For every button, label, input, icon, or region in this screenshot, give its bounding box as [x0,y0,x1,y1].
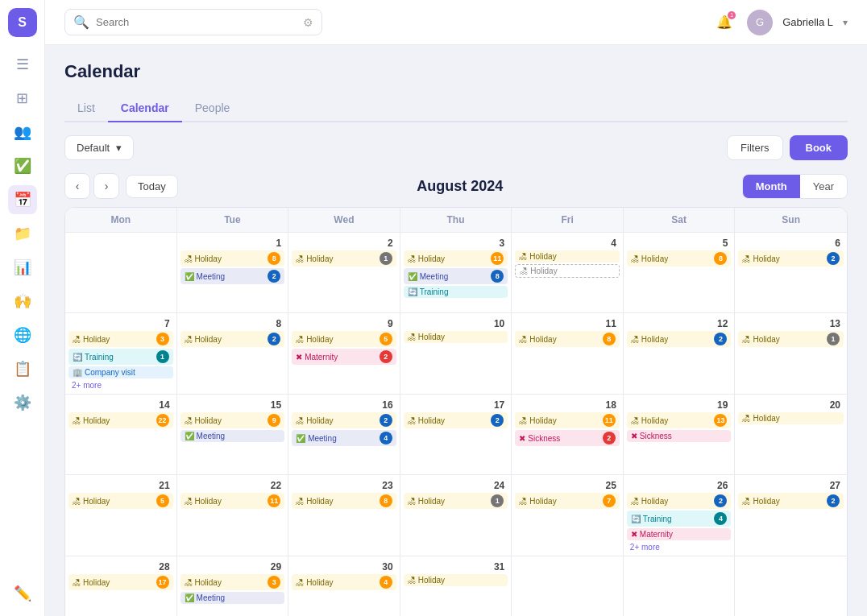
event-holiday[interactable]: 🏖Holiday8 [292,493,396,509]
event-holiday[interactable]: 🏖Holiday11 [515,412,620,428]
calendar-cell[interactable]: 15 🏖Holiday9 ✅Meeting [177,395,289,475]
event-holiday[interactable]: 🏖Holiday2 [180,331,285,347]
calendar-cell[interactable]: 21 🏖Holiday5 [65,475,177,556]
calendar-cell[interactable]: 27 🏖Holiday2 [735,475,847,556]
event-meeting[interactable]: ✅Meeting [180,430,285,442]
default-dropdown[interactable]: Default ▾ [64,135,134,160]
tab-people[interactable]: People [182,95,243,122]
event-holiday[interactable]: 🏖Holiday [404,331,508,343]
event-training[interactable]: 🔄Training4 [627,511,732,527]
calendar-cell[interactable]: 3 🏖Holiday11 ✅Meeting8 🔄Training [400,233,512,313]
event-holiday[interactable]: 🏖Holiday7 [515,493,620,509]
event-holiday[interactable]: 🏖Holiday22 [68,412,173,428]
event-holiday[interactable]: 🏖Holiday2 [738,250,844,267]
event-holiday-dashed[interactable]: 🏖Holiday [515,264,620,278]
event-holiday[interactable]: 🏖Holiday1 [738,331,844,347]
event-holiday[interactable]: 🏖Holiday [515,250,620,263]
event-holiday[interactable]: 🏖Holiday8 [515,331,620,347]
event-sickness[interactable]: ✖Sickness2 [515,430,620,446]
sidebar-icon-edit[interactable]: ✏️ [8,579,37,608]
tab-calendar[interactable]: Calendar [108,95,182,122]
notification-button[interactable]: 🔔 1 [711,10,737,35]
sidebar-icon-reports[interactable]: 📋 [8,354,37,383]
sidebar-icon-settings[interactable]: ⚙️ [8,388,37,417]
calendar-cell[interactable]: 17 🏖Holiday2 [400,395,512,475]
event-meeting[interactable]: ✅Meeting2 [180,268,285,284]
sidebar-icon-menu[interactable]: ☰ [8,50,37,79]
next-button[interactable]: › [93,173,119,199]
event-holiday[interactable]: 🏖Holiday11 [404,250,508,267]
calendar-cell[interactable] [624,556,736,616]
tab-list[interactable]: List [64,95,108,122]
calendar-cell[interactable]: 2 🏖Holiday1 [288,233,400,313]
event-holiday[interactable]: 🏖Holiday3 [180,574,285,590]
event-meeting[interactable]: ✅Meeting4 [292,430,396,446]
event-holiday[interactable]: 🏖Holiday5 [292,331,396,347]
event-holiday[interactable]: 🏖Holiday11 [180,493,285,509]
month-view-button[interactable]: Month [743,175,800,198]
app-logo[interactable]: S [8,8,37,37]
today-button[interactable]: Today [126,175,178,198]
calendar-cell[interactable]: 28 🏖Holiday17 [65,556,177,616]
calendar-cell[interactable]: 25 🏖Holiday7 [512,475,624,556]
calendar-cell[interactable]: 6 🏖Holiday2 [735,233,847,313]
more-link[interactable]: 2+ more [68,380,173,391]
calendar-cell[interactable] [735,556,847,616]
calendar-cell[interactable]: 13 🏖Holiday1 [735,313,847,395]
event-maternity[interactable]: ✖Maternity [627,528,732,540]
event-maternity[interactable]: ✖Maternity2 [292,349,396,365]
event-training[interactable]: 🔄Training1 [68,349,173,365]
event-holiday[interactable]: 🏖Holiday17 [68,574,173,590]
filters-button[interactable]: Filters [727,135,782,160]
calendar-cell[interactable]: 11 🏖Holiday8 [512,313,624,395]
sidebar-icon-chart[interactable]: 📊 [8,253,37,282]
event-holiday[interactable]: 🏖Holiday9 [180,412,285,428]
chevron-down-icon[interactable]: ▾ [843,17,848,28]
calendar-cell[interactable]: 24 🏖Holiday1 [400,475,512,556]
calendar-cell[interactable]: 5 🏖Holiday8 [624,233,736,313]
event-sickness[interactable]: ✖Sickness [627,430,732,442]
calendar-cell[interactable]: 22 🏖Holiday11 [177,475,289,556]
calendar-cell[interactable]: 10 🏖Holiday [400,313,512,395]
event-holiday[interactable]: 🏖Holiday [738,412,844,424]
calendar-cell[interactable]: 8 🏖Holiday2 [177,313,289,395]
event-holiday[interactable]: 🏖Holiday [404,574,508,586]
calendar-cell[interactable]: 16 🏖Holiday2 ✅Meeting4 [288,395,400,475]
prev-button[interactable]: ‹ [64,173,90,199]
event-training[interactable]: 🔄Training [404,286,508,298]
event-holiday[interactable]: 🏖Holiday3 [68,331,173,347]
sidebar-icon-people[interactable]: 👥 [8,118,37,147]
calendar-cell[interactable] [512,556,624,616]
calendar-cell[interactable]: 20 🏖Holiday [735,395,847,475]
event-holiday[interactable]: 🏖Holiday2 [627,493,732,509]
event-holiday[interactable]: 🏖Holiday2 [738,493,844,509]
event-holiday[interactable]: 🏖Holiday2 [404,412,508,428]
year-view-button[interactable]: Year [800,175,847,198]
calendar-cell[interactable]: 18 🏖Holiday11 ✖Sickness2 [512,395,624,475]
event-holiday[interactable]: 🏖Holiday8 [627,250,732,267]
calendar-cell[interactable]: 19 🏖Holiday13 ✖Sickness [624,395,736,475]
calendar-cell[interactable]: 23 🏖Holiday8 [288,475,400,556]
calendar-cell[interactable]: 29 🏖Holiday3 ✅Meeting [177,556,289,616]
sidebar-icon-org[interactable]: 🌐 [8,320,37,349]
event-holiday[interactable]: 🏖Holiday4 [292,574,396,590]
more-link[interactable]: 2+ more [627,542,732,552]
event-holiday[interactable]: 🏖Holiday2 [627,331,732,347]
event-holiday[interactable]: 🏖Holiday1 [292,250,396,267]
calendar-cell[interactable]: 7 🏖Holiday3 🔄Training1 🏢Company visit 2+… [65,313,177,395]
sidebar-icon-folder[interactable]: 📁 [8,219,37,248]
event-holiday[interactable]: 🏖Holiday5 [68,493,173,509]
event-holiday[interactable]: 🏖Holiday8 [180,250,285,267]
event-holiday[interactable]: 🏖Holiday13 [627,412,732,428]
sidebar-icon-dashboard[interactable]: ⊞ [8,84,37,113]
search-input[interactable] [96,16,297,28]
calendar-cell[interactable]: 9 🏖Holiday5 ✖Maternity2 [288,313,400,395]
search-bar[interactable]: 🔍 ⚙ [64,9,322,35]
calendar-cell[interactable] [65,233,177,313]
event-meeting[interactable]: ✅Meeting8 [404,268,508,284]
event-holiday[interactable]: 🏖Holiday2 [292,412,396,428]
event-meeting[interactable]: ✅Meeting [180,592,285,604]
calendar-cell[interactable]: 14 🏖Holiday22 [65,395,177,475]
sidebar-icon-calendar[interactable]: 📅 [8,185,37,214]
book-button[interactable]: Book [790,135,848,160]
